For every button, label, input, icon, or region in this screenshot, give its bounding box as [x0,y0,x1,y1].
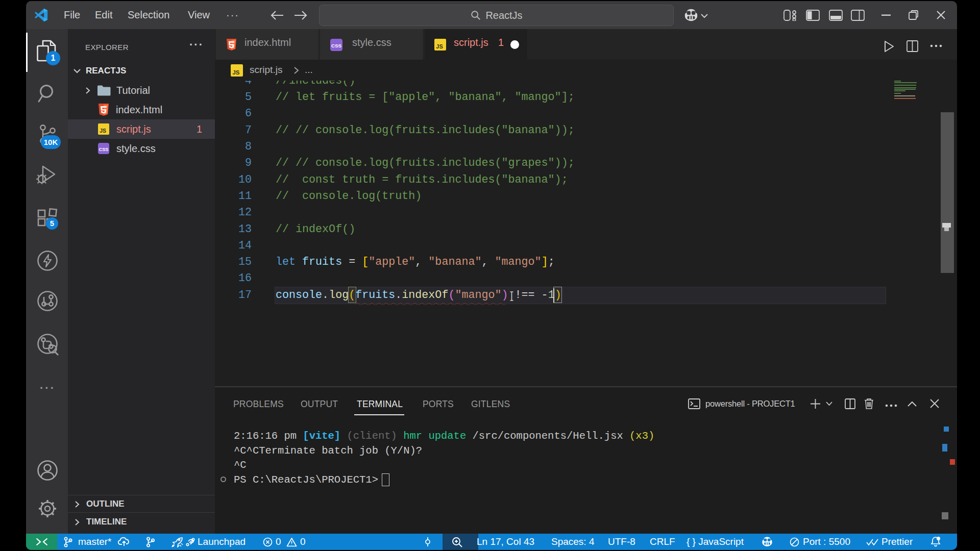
svg-text:CSS: CSS [331,43,342,48]
svg-text:JS: JS [436,43,443,49]
svg-text:JS: JS [232,69,239,76]
svg-text:CSS: CSS [99,147,109,152]
svg-text:JS: JS [100,128,106,134]
